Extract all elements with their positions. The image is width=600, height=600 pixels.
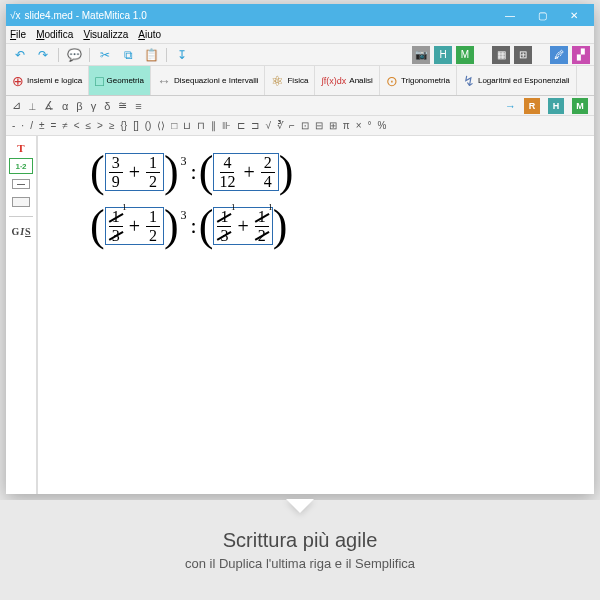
sym-arrow[interactable]: → (505, 100, 516, 112)
tool-format[interactable]: G I S (9, 223, 33, 239)
badge-R[interactable]: R (524, 98, 540, 114)
sym-alpha[interactable]: α (62, 100, 68, 112)
op-sq2[interactable]: ⊔ (183, 120, 191, 131)
paste-button[interactable]: 📋 (141, 46, 161, 64)
fraction-group[interactable]: 11 3 + 1 2 (105, 207, 164, 245)
H-tile[interactable]: H (434, 46, 452, 64)
op-par2[interactable]: ⊪ (222, 120, 231, 131)
op-pm[interactable]: ± (39, 120, 45, 131)
op-neq[interactable]: ≠ (62, 120, 68, 131)
divide-colon: : (191, 213, 197, 239)
cat-logaritmi[interactable]: ↯ Logaritmi ed Esponenziali (457, 66, 577, 95)
lparen: ( (90, 204, 105, 248)
op-box2[interactable]: ⊟ (315, 120, 323, 131)
app-window: √x slide4.med - MateMitica 1.0 — ▢ ✕ Fil… (6, 4, 594, 494)
op-brackets[interactable]: [] (133, 120, 139, 131)
cat-trigonometria[interactable]: ⊙ Trigonometria (380, 66, 457, 95)
sym-angle[interactable]: ∡ (44, 99, 54, 112)
op-dot[interactable]: · (21, 120, 24, 131)
op-gt[interactable]: > (97, 120, 103, 131)
badge-M[interactable]: M (572, 98, 588, 114)
tool-number[interactable]: 1·2 (9, 158, 33, 174)
fraction: 2 4 (261, 154, 275, 190)
sym-delta[interactable]: δ (104, 100, 110, 112)
sym-equiv[interactable]: ≡ (135, 100, 141, 112)
op-sq4[interactable]: ⊏ (237, 120, 245, 131)
op-parens[interactable]: () (145, 120, 152, 131)
op-minus[interactable]: - (12, 120, 15, 131)
op-pct[interactable]: % (378, 120, 387, 131)
symbol-row-1: ⊿ ⟂ ∡ α β γ δ ≅ ≡ → R H M (6, 96, 594, 116)
equation-row-1: ( 3 9 + 1 2 ) 3 : (90, 150, 584, 194)
cat-fisica[interactable]: ⚛ Fisica (265, 66, 315, 95)
op-deg[interactable]: ° (368, 120, 372, 131)
cat-insiemi[interactable]: ⊕ Insiemi e logica (6, 66, 89, 95)
op-sq1[interactable]: □ (171, 120, 177, 131)
slash-icon[interactable]: ▞ (572, 46, 590, 64)
menu-file[interactable]: File (10, 29, 26, 40)
exponent: 3 (181, 154, 187, 169)
op-sq3[interactable]: ⊓ (197, 120, 205, 131)
op-cbrt[interactable]: ∛ (277, 120, 283, 131)
minimize-button[interactable]: — (494, 10, 526, 21)
lparen: ( (90, 150, 105, 194)
op-angle[interactable]: ⟨⟩ (157, 120, 165, 131)
op-box1[interactable]: ⊡ (301, 120, 309, 131)
maximize-button[interactable]: ▢ (526, 10, 558, 21)
grid-icon[interactable]: ▦ (492, 46, 510, 64)
op-box3[interactable]: ⊞ (329, 120, 337, 131)
menu-aiuto[interactable]: Aiuto (138, 29, 161, 40)
op-eq[interactable]: = (50, 120, 56, 131)
badge-H[interactable]: H (548, 98, 564, 114)
fraction-group[interactable]: 11 3 + 11 2 (213, 207, 272, 245)
redo-button[interactable]: ↷ (33, 46, 53, 64)
cat-disequazioni[interactable]: ↔ Disequazioni e Intervalli (151, 66, 266, 95)
plus: + (129, 215, 140, 238)
app-icon: √x (10, 10, 21, 21)
trigonometria-icon: ⊙ (386, 73, 398, 89)
undo-button[interactable]: ↶ (10, 46, 30, 64)
fraction-group[interactable]: 3 9 + 1 2 (105, 153, 164, 191)
plus: + (129, 161, 140, 184)
op-sq5[interactable]: ⊐ (251, 120, 259, 131)
menu-visualizza[interactable]: Visualizza (83, 29, 128, 40)
op-div[interactable]: / (30, 120, 33, 131)
sym-gamma[interactable]: γ (91, 100, 97, 112)
op-le[interactable]: ≤ (86, 120, 92, 131)
left-sidebar: T 1·2 G I S (6, 136, 38, 494)
tool-line[interactable] (9, 176, 33, 192)
cut-button[interactable]: ✂ (95, 46, 115, 64)
op-not[interactable]: ⌐ (289, 120, 295, 131)
camera-icon[interactable]: 📷 (412, 46, 430, 64)
canvas[interactable]: ( 3 9 + 1 2 ) 3 : (38, 136, 594, 494)
rparen: ) (164, 150, 179, 194)
cat-geometria[interactable]: □ Geometria (89, 66, 151, 95)
sym-triangle[interactable]: ⊿ (12, 99, 21, 112)
speak-button[interactable]: 💬 (64, 46, 84, 64)
extra-button[interactable]: ↧ (172, 46, 192, 64)
caption-area: Scrittura più agile con il Duplica l'ult… (0, 500, 600, 600)
disequazioni-icon: ↔ (157, 73, 171, 89)
sym-beta[interactable]: β (76, 100, 82, 112)
tool-text[interactable]: T (9, 140, 33, 156)
fraction-group[interactable]: 4 12 + 2 4 (213, 153, 278, 191)
cat-analisi[interactable]: ∫f(x)dx Analisi (315, 66, 380, 95)
M-tile[interactable]: M (456, 46, 474, 64)
pen-icon[interactable]: 🖉 (550, 46, 568, 64)
fraction: 3 9 (109, 154, 123, 190)
op-sqrt[interactable]: √ (265, 120, 271, 131)
op-lt[interactable]: < (74, 120, 80, 131)
apps-icon[interactable]: ⊞ (514, 46, 532, 64)
sym-cong[interactable]: ≅ (118, 99, 127, 112)
right-icon-tray: 📷 H M ▦ ⊞ 🖉 ▞ (412, 46, 590, 64)
menu-modifica[interactable]: Modifica (36, 29, 73, 40)
close-button[interactable]: ✕ (558, 10, 590, 21)
op-par1[interactable]: ∥ (211, 120, 216, 131)
op-times[interactable]: × (356, 120, 362, 131)
op-braces[interactable]: {} (120, 120, 127, 131)
sym-perp[interactable]: ⟂ (29, 100, 36, 112)
op-ge[interactable]: ≥ (109, 120, 115, 131)
copy-button[interactable]: ⧉ (118, 46, 138, 64)
op-pi[interactable]: π (343, 120, 350, 131)
tool-box[interactable] (9, 194, 33, 210)
